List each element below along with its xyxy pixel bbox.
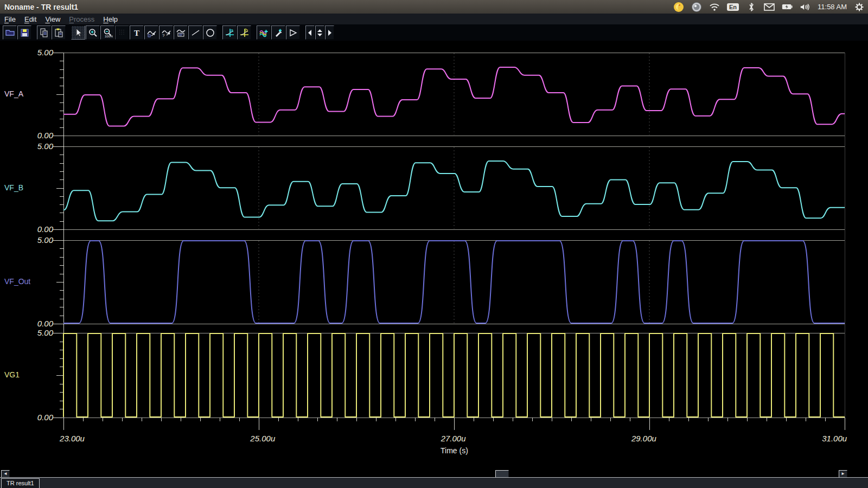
x-tick: [356, 418, 357, 421]
y-axis-label-max: 5.00: [21, 142, 53, 151]
x-tick-label: 25.00u: [244, 434, 282, 443]
panel-vf_out: [63, 240, 845, 324]
y-tick: [60, 69, 63, 70]
y-tick: [53, 136, 63, 136]
y-tick: [60, 350, 63, 350]
plot-right-border: [845, 53, 845, 418]
x-tick: [845, 418, 845, 430]
x-tick: [83, 418, 84, 421]
x-tick: [767, 418, 767, 421]
x-tick: [142, 418, 142, 421]
y-tick: [53, 146, 63, 147]
y-tick: [60, 248, 63, 249]
trace-label-vf_b: VF_B: [4, 183, 23, 192]
x-tick: [259, 418, 259, 430]
y-axis-label-min: 0.00: [21, 319, 53, 328]
x-tick: [181, 418, 181, 421]
y-tick: [60, 290, 63, 291]
x-tick: [552, 418, 552, 421]
x-tick: [435, 418, 435, 421]
y-tick: [53, 418, 63, 418]
x-tick: [278, 418, 279, 421]
x-tick: [376, 418, 376, 421]
y-tick: [60, 213, 63, 213]
y-tick: [60, 78, 63, 78]
y-tick: [56, 188, 63, 189]
y-tick: [60, 127, 63, 128]
x-tick-label: 29.00u: [625, 434, 663, 443]
y-tick: [56, 94, 63, 95]
result-tab-bar: TR result1: [0, 477, 868, 488]
x-tick: [220, 418, 220, 421]
panel-bottom-line: [63, 229, 845, 230]
trace-label-vg1: VG1: [4, 370, 20, 379]
y-axis-label-min: 0.00: [21, 131, 53, 140]
x-tick: [649, 418, 650, 430]
y-tick: [53, 240, 63, 241]
y-tick: [60, 409, 63, 409]
x-tick: [161, 418, 162, 421]
y-tick: [60, 171, 63, 172]
y-tick: [60, 196, 63, 197]
x-tick: [454, 418, 455, 430]
x-tick: [630, 418, 630, 421]
scrollbar-thumb[interactable]: [495, 470, 509, 478]
y-tick: [60, 384, 63, 384]
y-tick: [60, 265, 63, 266]
x-axis-title: Time (s): [441, 446, 468, 455]
panel-vf_b: [63, 146, 845, 229]
x-tick: [727, 418, 728, 421]
trace-vf_out: [63, 241, 845, 323]
y-tick: [60, 179, 63, 180]
x-tick: [239, 418, 240, 421]
x-tick: [298, 418, 298, 421]
y-tick: [60, 274, 63, 274]
horizontal-scrollbar[interactable]: ◄ ►: [0, 470, 868, 477]
y-axis-label-max: 5.00: [21, 48, 53, 57]
y-tick: [60, 392, 63, 393]
y-tick: [60, 119, 63, 119]
x-tick: [571, 418, 572, 421]
tab-tr-result1[interactable]: TR result1: [1, 478, 40, 488]
y-tick: [60, 155, 63, 155]
scroll-right-button[interactable]: ►: [839, 470, 847, 478]
y-tick: [53, 324, 63, 324]
x-tick: [63, 418, 64, 430]
y-tick: [60, 86, 63, 86]
x-tick: [415, 418, 416, 421]
y-tick: [60, 102, 63, 103]
y-axis-label-min: 0.00: [21, 413, 53, 422]
x-tick: [688, 418, 689, 421]
y-tick: [60, 111, 63, 111]
trace-vg1: [63, 333, 845, 417]
scroll-left-button[interactable]: ◄: [1, 470, 10, 478]
y-tick: [53, 229, 63, 230]
y-tick: [60, 367, 63, 367]
y-tick: [60, 299, 63, 299]
y-tick: [60, 401, 63, 401]
x-tick: [474, 418, 474, 421]
x-tick: [747, 418, 748, 421]
x-tick: [493, 418, 494, 421]
x-tick: [200, 418, 201, 421]
y-tick: [60, 221, 63, 222]
x-tick: [122, 418, 123, 421]
y-tick: [60, 61, 63, 61]
panel-bottom-line: [63, 136, 845, 136]
trace-label-vf_out: VF_Out: [4, 277, 30, 286]
y-axis-label-max: 5.00: [21, 235, 53, 245]
y-tick: [60, 163, 63, 164]
x-tick: [337, 418, 337, 421]
x-tick-label: 31.00u: [815, 434, 853, 443]
x-tick: [395, 418, 396, 421]
y-tick: [60, 342, 63, 342]
y-tick: [53, 53, 63, 53]
y-tick: [60, 204, 63, 205]
panel-vf_a: [63, 53, 845, 136]
x-tick: [532, 418, 533, 421]
y-tick: [60, 257, 63, 258]
waveform-plot-area[interactable]: 5.000.005.000.005.000.005.000.0023.00u25…: [0, 0, 868, 488]
x-tick: [513, 418, 513, 421]
y-tick: [56, 375, 63, 376]
x-tick: [786, 418, 787, 421]
